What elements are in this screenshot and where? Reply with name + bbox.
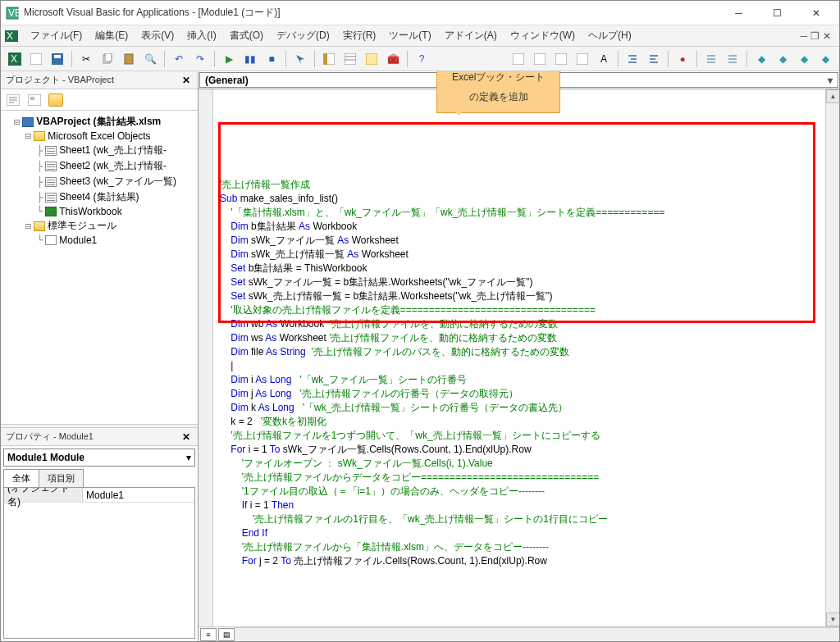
menu-addins[interactable]: アドイン(A) (438, 26, 504, 45)
tree-sheet4[interactable]: Sheet4 (集計結果) (59, 190, 139, 204)
properties-window-icon[interactable] (341, 50, 359, 68)
property-row: (オブジェクト名) Module1 (4, 488, 194, 503)
svg-rect-19 (513, 53, 524, 65)
run-icon[interactable]: ▶ (220, 50, 238, 68)
scroll-down-icon[interactable]: ▼ (826, 612, 839, 626)
app-icon: VB (6, 7, 19, 20)
menu-help[interactable]: ヘルプ(H) (582, 26, 638, 45)
complete-word-icon[interactable]: A (595, 50, 613, 68)
procedure-dropdown[interactable]: ▾ (520, 72, 839, 88)
svg-rect-15 (345, 53, 356, 65)
tree-sheet1[interactable]: Sheet1 (wk_売上げ情報- (59, 143, 167, 157)
project-explorer-close-icon[interactable]: ✕ (180, 74, 193, 87)
project-tree[interactable]: ⊟VBAProject (集計結果.xlsm ⊟Microsoft Excel … (1, 111, 198, 424)
properties-grid[interactable]: (オブジェクト名) Module1 (3, 487, 195, 639)
view-code-icon[interactable] (4, 91, 22, 109)
view-excel-icon[interactable]: X (6, 50, 24, 68)
property-key: (オブジェクト名) (4, 488, 83, 502)
prev-bookmark-icon[interactable]: ◆ (795, 50, 813, 68)
code-footer: ≡ ▤ (199, 626, 839, 641)
minimize-button[interactable]: ─ (720, 3, 757, 23)
code-editor[interactable]: '売上げ情報一覧作成Sub make_sales_info_list() '「集… (199, 89, 825, 626)
next-bookmark-icon[interactable]: ◆ (774, 50, 792, 68)
project-toolbar (1, 89, 198, 111)
svg-text:X: X (7, 30, 13, 42)
redo-icon[interactable]: ↷ (191, 50, 209, 68)
find-icon[interactable]: 🔍 (141, 50, 159, 68)
paste-icon[interactable] (120, 50, 138, 68)
menu-edit[interactable]: 編集(E) (89, 26, 135, 45)
svg-rect-14 (323, 53, 327, 65)
mdi-close-button[interactable]: ✕ (823, 30, 831, 42)
tree-std-modules[interactable]: 標準モジュール (48, 219, 116, 233)
view-object-icon[interactable] (25, 91, 43, 109)
svg-rect-20 (534, 53, 546, 65)
menu-format[interactable]: 書式(O) (223, 26, 270, 45)
properties-title: プロパティ - Module1 (6, 430, 180, 443)
toggle-folders-icon[interactable] (47, 91, 65, 109)
procedure-view-icon[interactable]: ≡ (200, 628, 217, 641)
properties-pane: プロパティ - Module1 ✕ Module1 Module ▾ 全体 項目… (1, 428, 198, 641)
list-properties-icon[interactable] (509, 50, 527, 68)
toggle-breakpoint-icon[interactable]: ● (673, 50, 692, 68)
indent-icon[interactable] (623, 50, 641, 68)
project-explorer-title: プロジェクト - VBAProject (6, 74, 180, 86)
properties-tab-category[interactable]: 項目別 (39, 469, 84, 487)
undo-icon[interactable]: ↶ (170, 50, 188, 68)
tree-thisworkbook[interactable]: ThisWorkbook (59, 206, 121, 217)
list-constants-icon[interactable] (531, 50, 549, 68)
horizontal-scrollbar[interactable] (235, 627, 839, 641)
outdent-icon[interactable] (645, 50, 663, 68)
tree-excel-objects[interactable]: Microsoft Excel Objects (48, 130, 150, 142)
menu-window[interactable]: ウィンドウ(W) (504, 26, 582, 45)
toolbox-icon[interactable]: 🧰 (384, 50, 402, 68)
properties-tab-all[interactable]: 全体 (3, 469, 39, 487)
tree-project[interactable]: VBAProject (集計結果.xlsm (36, 115, 161, 129)
menu-tools[interactable]: ツール(T) (382, 26, 437, 45)
excel-icon[interactable]: X (4, 29, 19, 43)
quick-info-icon[interactable] (552, 50, 570, 68)
comment-block-icon[interactable] (702, 50, 720, 68)
full-module-view-icon[interactable]: ▤ (218, 628, 235, 641)
reset-icon[interactable]: ■ (262, 50, 281, 68)
menu-file[interactable]: ファイル(F) (24, 26, 89, 45)
svg-rect-22 (577, 53, 588, 65)
clear-bookmarks-icon[interactable]: ◆ (816, 50, 834, 68)
help-icon[interactable]: ? (413, 50, 431, 68)
svg-rect-8 (54, 55, 61, 58)
maximize-button[interactable]: ☐ (759, 3, 796, 23)
menu-bar: X ファイル(F) 編集(E) 表示(V) 挿入(I) 書式(O) デバッグ(D… (1, 25, 839, 47)
scroll-up-icon[interactable]: ▲ (826, 89, 839, 103)
tree-sheet3[interactable]: Sheet3 (wk_ファイル一覧) (59, 175, 176, 189)
properties-object-selector[interactable]: Module1 Module ▾ (3, 448, 195, 467)
properties-close-icon[interactable]: ✕ (180, 430, 193, 444)
menu-insert[interactable]: 挿入(I) (180, 26, 222, 45)
cut-icon[interactable]: ✂ (77, 50, 95, 68)
svg-rect-6 (30, 53, 42, 65)
vertical-scrollbar[interactable]: ▲ ▼ (825, 89, 839, 626)
copy-icon[interactable] (98, 50, 116, 68)
design-mode-icon[interactable] (291, 50, 309, 68)
svg-rect-25 (30, 97, 34, 100)
property-value[interactable]: Module1 (83, 489, 194, 501)
toolbar: X ✂ 🔍 ↶ ↷ ▶ ▮▮ ■ 🧰 ? A ● (1, 47, 839, 71)
menu-run[interactable]: 実行(R) (336, 26, 383, 45)
code-pane: (General)▾ ▾ '売上げ情報一覧作成Sub make_sales_in… (199, 71, 839, 641)
mdi-minimize-button[interactable]: ─ (800, 30, 807, 42)
tree-module1[interactable]: Module1 (59, 234, 97, 246)
break-icon[interactable]: ▮▮ (241, 50, 259, 68)
menu-debug[interactable]: デバッグ(D) (270, 26, 336, 45)
mdi-restore-button[interactable]: ❐ (810, 30, 819, 42)
save-icon[interactable] (48, 50, 66, 68)
parameter-info-icon[interactable] (573, 50, 591, 68)
insert-module-icon[interactable] (27, 50, 45, 68)
close-button[interactable]: ✕ (797, 3, 834, 23)
toggle-bookmark-icon[interactable]: ◆ (752, 50, 770, 68)
title-bar: VB Microsoft Visual Basic for Applicatio… (1, 1, 839, 25)
project-explorer-icon[interactable] (320, 50, 338, 68)
object-browser-icon[interactable] (363, 50, 381, 68)
svg-rect-11 (125, 54, 133, 64)
menu-view[interactable]: 表示(V) (135, 26, 180, 45)
uncomment-block-icon[interactable] (724, 50, 742, 68)
tree-sheet2[interactable]: Sheet2 (wk_売上げ情報- (59, 159, 167, 173)
